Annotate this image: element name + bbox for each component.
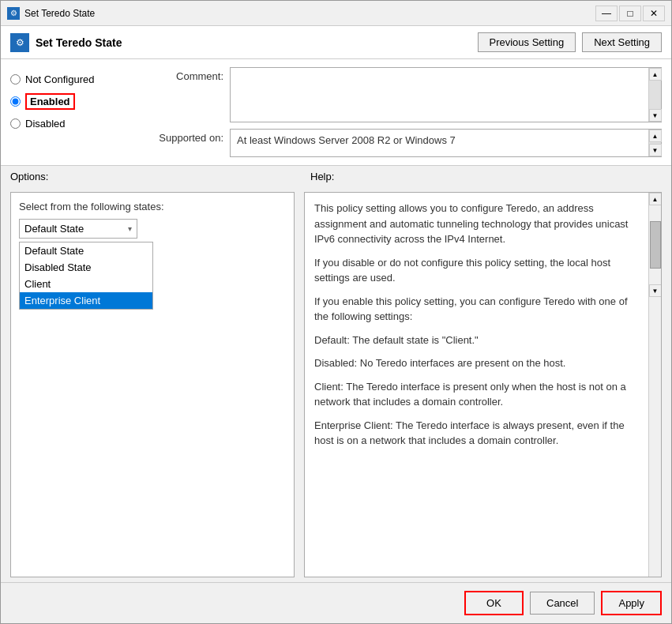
right-panels: Comment: ▲ ▼ Supported on: At least Wind… — [137, 67, 662, 157]
cancel-button[interactable]: Cancel — [530, 592, 595, 615]
supported-scroll-down[interactable]: ▼ — [649, 144, 662, 156]
dropdown-item-client[interactable]: Client — [20, 276, 152, 292]
supported-box: At least Windows Server 2008 R2 or Windo… — [230, 129, 662, 157]
header-icon: ⚙ — [10, 33, 29, 52]
options-subtitle: Select from the following states: — [19, 201, 286, 212]
help-scroll-down[interactable]: ▼ — [649, 284, 662, 297]
options-help-header: Options: Help: — [1, 166, 671, 187]
supported-row: Supported on: At least Windows Server 20… — [137, 129, 662, 157]
options-help-body: Select from the following states: Defaul… — [1, 187, 671, 582]
top-section: Not Configured Enabled Disabled Comment: — [1, 59, 671, 166]
help-paragraph-1: This policy setting allows you to config… — [314, 201, 639, 247]
ok-button[interactable]: OK — [464, 591, 524, 615]
dropdown-selected-value: Default State — [24, 223, 84, 235]
help-paragraph-6: Client: The Teredo interface is present … — [314, 379, 639, 410]
title-bar-controls: — □ ✕ — [595, 6, 665, 21]
disabled-radio[interactable]: Disabled — [10, 118, 137, 130]
supported-label: Supported on: — [137, 129, 223, 144]
comment-box: ▲ ▼ — [230, 67, 662, 122]
comment-textarea[interactable] — [231, 68, 648, 122]
dialog-header-left: ⚙ Set Teredo State — [10, 33, 122, 52]
title-bar-left: ⚙ Set Teredo State — [7, 7, 95, 20]
dialog-header: ⚙ Set Teredo State Previous Setting Next… — [1, 26, 671, 59]
supported-scroll-up[interactable]: ▲ — [649, 130, 662, 142]
title-bar: ⚙ Set Teredo State — □ ✕ — [1, 1, 671, 26]
radio-group: Not Configured Enabled Disabled — [10, 67, 137, 157]
help-scroll-up[interactable]: ▲ — [649, 193, 662, 205]
enabled-radio[interactable]: Enabled — [10, 93, 137, 110]
window-icon: ⚙ — [7, 7, 20, 20]
help-scroll-thumb[interactable] — [650, 221, 661, 269]
dropdown-item-default-state[interactable]: Default State — [20, 242, 152, 259]
scroll-track — [649, 81, 661, 109]
header-buttons: Previous Setting Next Setting — [478, 32, 663, 52]
state-dropdown[interactable]: Default State ▾ — [19, 219, 137, 239]
comment-row: Comment: ▲ ▼ — [137, 67, 662, 122]
minimize-button[interactable]: — — [595, 6, 618, 21]
apply-button[interactable]: Apply — [601, 591, 662, 615]
not-configured-label: Not Configured — [25, 73, 94, 85]
help-paragraph-7: Enterprise Client: The Teredo interface … — [314, 418, 639, 449]
dropdown-list: Default State Disabled State Client Ente… — [19, 242, 153, 310]
help-paragraph-3: If you enable this policy setting, you c… — [314, 294, 639, 325]
scroll-down-arrow[interactable]: ▼ — [649, 109, 662, 122]
maximize-button[interactable]: □ — [619, 6, 641, 21]
help-scrollbar: ▲ ▼ — [648, 193, 661, 577]
window-title: Set Teredo State — [24, 8, 95, 19]
dropdown-item-enterprise-client[interactable]: Enterprise Client — [20, 292, 152, 309]
enabled-label: Enabled — [25, 93, 75, 110]
footer: OK Cancel Apply — [1, 582, 671, 623]
close-button[interactable]: ✕ — [643, 6, 665, 21]
dialog-title: Set Teredo State — [36, 36, 122, 49]
help-paragraph-4: Default: The default state is "Client." — [314, 333, 639, 348]
options-label: Options: — [10, 171, 310, 182]
help-paragraph-2: If you disable or do not configure this … — [314, 255, 639, 286]
content-area: Not Configured Enabled Disabled Comment: — [1, 59, 671, 582]
main-window: ⚙ Set Teredo State — □ ✕ ⚙ Set Teredo St… — [0, 0, 672, 624]
not-configured-input[interactable] — [10, 74, 21, 85]
help-text: This policy setting allows you to config… — [305, 193, 648, 577]
enabled-input[interactable] — [10, 96, 21, 107]
dropdown-item-disabled-state[interactable]: Disabled State — [20, 259, 152, 276]
disabled-label: Disabled — [25, 118, 66, 130]
dropdown-arrow-icon: ▾ — [128, 224, 132, 233]
help-panel: This policy setting allows you to config… — [304, 192, 662, 577]
scroll-up-arrow[interactable]: ▲ — [649, 68, 662, 81]
previous-setting-button[interactable]: Previous Setting — [478, 32, 576, 52]
disabled-input[interactable] — [10, 118, 21, 129]
comment-label: Comment: — [137, 67, 223, 82]
supported-scrollbar: ▲ ▼ — [648, 130, 661, 156]
supported-value: At least Windows Server 2008 R2 or Windo… — [231, 130, 648, 156]
next-setting-button[interactable]: Next Setting — [582, 32, 662, 52]
comment-scrollbar: ▲ ▼ — [648, 68, 661, 122]
not-configured-radio[interactable]: Not Configured — [10, 73, 137, 85]
help-paragraph-5: Disabled: No Teredo interfaces are prese… — [314, 355, 639, 371]
options-panel: Select from the following states: Defaul… — [10, 192, 295, 577]
help-label: Help: — [310, 171, 662, 182]
